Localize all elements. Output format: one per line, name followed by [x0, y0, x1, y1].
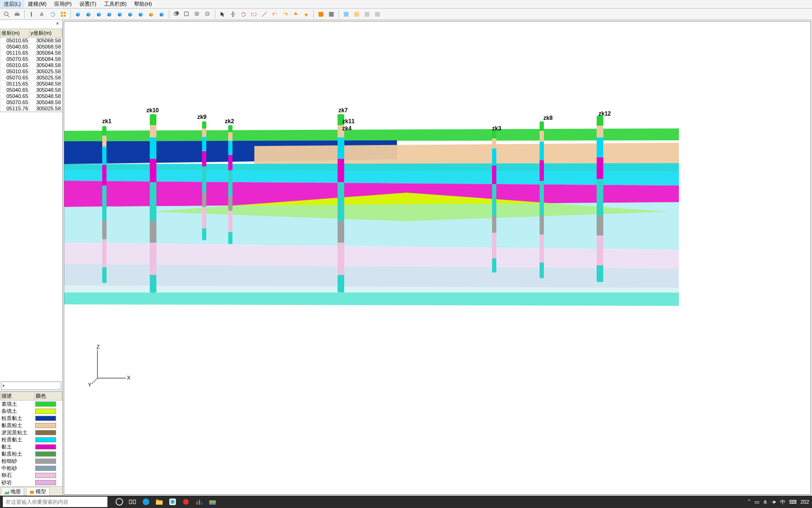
tb-undo-icon[interactable]	[270, 10, 280, 19]
taskbar-search-input[interactable]: 在这里输入你要搜索的内容	[3, 497, 107, 507]
table-row[interactable]: 05010.65305048.58	[0, 62, 62, 68]
svg-line-51	[262, 12, 267, 17]
table-row[interactable]: 05010.65305068.58	[0, 38, 62, 44]
legend-row[interactable]: 砂岩	[0, 479, 62, 486]
tb-cube8-icon[interactable]	[146, 10, 156, 19]
svg-marker-48	[232, 11, 234, 13]
menu-help[interactable]: 帮助(H)	[130, 0, 155, 8]
legend-row[interactable]: 黏质粉土	[0, 450, 62, 458]
tb-rotate-icon[interactable]	[239, 10, 248, 19]
tb-layer4-icon[interactable]	[373, 10, 382, 19]
color-swatch	[35, 480, 56, 485]
tb-down-icon[interactable]	[301, 10, 311, 19]
viewport-3d[interactable]: Z X Y zk1zk10zk9zk2zk7zk11zk4zk3zk8zk12	[64, 21, 811, 495]
tb-select-icon[interactable]	[249, 10, 259, 19]
tb-measure-icon[interactable]	[260, 10, 269, 19]
menu-layer[interactable]: 连层(L)	[0, 0, 24, 8]
legend-row[interactable]: 淤泥质粘土	[0, 429, 62, 436]
task-view-icon[interactable]	[127, 497, 138, 507]
tb-cube2-icon[interactable]	[84, 10, 93, 19]
table-row[interactable]: 05070.65305084.58	[0, 56, 62, 62]
tab-model[interactable]: 模型	[26, 487, 49, 496]
tb-cube9-icon[interactable]	[157, 10, 166, 19]
coord-col-x[interactable]: 坐标(m)	[0, 29, 29, 38]
tb-cube3-icon[interactable]	[94, 10, 104, 19]
tb-redo-icon[interactable]	[280, 10, 290, 19]
tb-cube7-icon[interactable]	[136, 10, 145, 19]
tb-view2-icon[interactable]	[327, 10, 336, 19]
table-row[interactable]: 05115.65305048.58	[0, 81, 62, 87]
tray-clock[interactable]: 202	[801, 499, 809, 505]
tb-grid-icon[interactable]	[58, 10, 68, 19]
coord-col-y[interactable]: y坐标(m)	[29, 29, 62, 38]
menu-apply[interactable]: 应用(P)	[50, 0, 76, 8]
tb-view1-icon[interactable]	[316, 10, 326, 19]
tb-zoom-window-icon[interactable]	[182, 10, 192, 19]
tb-cube6-icon[interactable]	[126, 10, 135, 19]
tb-zoom-extent-icon[interactable]: ⊕	[172, 10, 181, 19]
tray-chevron-icon[interactable]: ˄	[748, 499, 751, 505]
graph-app-icon[interactable]	[194, 497, 204, 507]
tb-pointer-icon[interactable]	[218, 10, 227, 19]
table-row[interactable]: 05070.65305025.58	[0, 75, 62, 81]
legend-row[interactable]: 粉细砂	[0, 458, 62, 465]
svg-rect-87	[196, 501, 198, 505]
app1-icon[interactable]	[167, 497, 178, 507]
tab-terrain[interactable]: 地形	[1, 487, 24, 496]
borehole-column	[492, 130, 496, 273]
tray-sound-icon[interactable]: 🕩	[771, 499, 776, 505]
legend-col-color[interactable]: 颜色	[34, 392, 62, 401]
tb-layer2-icon[interactable]	[352, 10, 361, 19]
legend-col-desc[interactable]: 描述	[0, 392, 35, 401]
tray-battery-icon[interactable]: ▭	[754, 499, 759, 505]
tb-cube5-icon[interactable]	[115, 10, 125, 19]
table-row[interactable]: 05040.65305068.58	[0, 44, 62, 50]
legend-row[interactable]: 杂填土	[0, 408, 62, 415]
tb-up-icon[interactable]	[291, 10, 300, 19]
tb-info-icon[interactable]	[27, 10, 37, 19]
tb-layer1-icon[interactable]	[341, 10, 351, 19]
tb-zoom-out-icon[interactable]	[203, 10, 213, 19]
color-swatch	[35, 466, 56, 471]
tb-layer3-icon[interactable]	[362, 10, 372, 19]
tb-cube4-icon[interactable]	[105, 10, 114, 19]
legend-row[interactable]: 粉质黏土	[0, 436, 62, 443]
table-row[interactable]: 05040.65305048.58	[0, 93, 62, 99]
table-row[interactable]: 05010.65305025.58	[0, 68, 62, 75]
tb-text-icon[interactable]: A	[38, 10, 47, 19]
system-tray[interactable]: ˄ ▭ ⋔ 🕩 中 ⌨ 202	[748, 498, 809, 506]
borehole-label: zk12	[599, 110, 611, 117]
menu-settings[interactable]: 设置(T)	[76, 0, 100, 8]
tb-zoom-in-icon[interactable]	[193, 10, 202, 19]
table-row[interactable]: 05040.65305048.58	[0, 87, 62, 93]
svg-point-81	[143, 498, 149, 505]
tb-refresh-icon[interactable]	[48, 10, 58, 19]
tray-ime-label[interactable]: 中	[780, 498, 785, 506]
tb-print-icon[interactable]	[12, 10, 22, 19]
tb-pan-icon[interactable]	[228, 10, 238, 19]
menu-model[interactable]: 建模(M)	[24, 0, 50, 8]
panel-close-icon[interactable]: ×	[55, 21, 60, 27]
explorer-icon[interactable]	[154, 497, 164, 507]
table-row[interactable]: 05115.76305025.58	[0, 106, 62, 112]
table-row[interactable]: 05070.65305048.58	[0, 99, 62, 106]
legend-row[interactable]: 中粗砂	[0, 465, 62, 472]
menu-toolbar[interactable]: 工具栏(B)	[100, 0, 131, 8]
svg-rect-6	[61, 12, 63, 14]
filter-dropdown[interactable]	[1, 381, 61, 390]
table-row[interactable]: 05115.65305084.58	[0, 50, 62, 56]
edge-icon[interactable]	[141, 497, 151, 507]
legend-row[interactable]: 素填土	[0, 401, 62, 408]
tray-wifi-icon[interactable]: ⋔	[763, 499, 767, 505]
tb-cube1-icon[interactable]	[73, 10, 83, 19]
start-button[interactable]	[114, 497, 125, 507]
tb-search-icon[interactable]	[2, 10, 11, 19]
legend-row[interactable]: 黏质粉土	[0, 422, 62, 429]
legend-row[interactable]: 黏土	[0, 443, 62, 450]
geo-app-icon[interactable]	[207, 497, 218, 507]
tray-keyboard-icon[interactable]: ⌨	[789, 499, 797, 505]
svg-rect-9	[64, 15, 66, 17]
legend-row[interactable]: 粉质黏土	[0, 415, 62, 422]
legend-row[interactable]: 卵石	[0, 472, 62, 479]
record-icon[interactable]	[181, 497, 191, 507]
